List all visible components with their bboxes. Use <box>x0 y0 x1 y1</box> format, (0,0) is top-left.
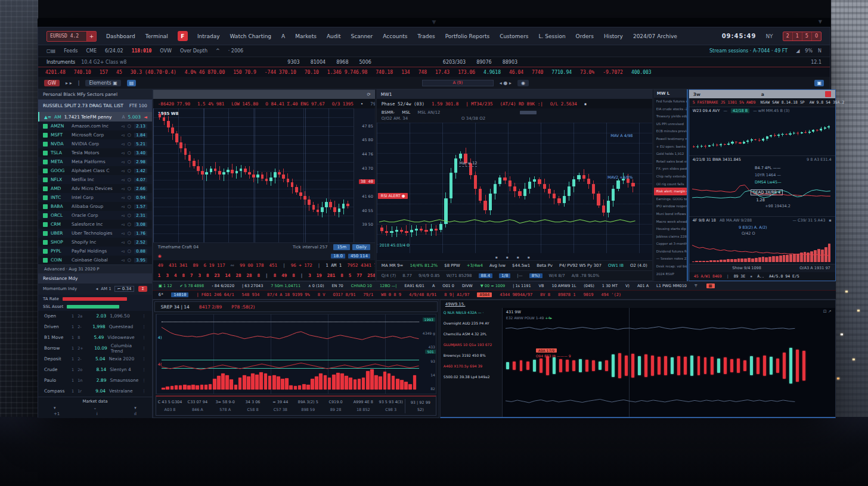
mute-icon[interactable]: ◅ <box>121 133 124 138</box>
order-row[interactable]: Overnight AUD 235 P4 AY <box>444 321 499 325</box>
mute-icon[interactable]: ◅ <box>121 240 124 245</box>
expand-icon[interactable]: ⊡ ↗ <box>823 309 832 314</box>
toolbar-right-icon[interactable]: N <box>818 48 822 54</box>
toolbar-right-icons[interactable]: ◢9%N <box>796 48 822 54</box>
menu-item[interactable]: Terminal <box>145 33 168 39</box>
row-menu-icon[interactable]: ⋮ <box>142 325 146 329</box>
mute-icon[interactable]: ◅ <box>121 177 124 182</box>
watchlist-row[interactable]: AMZNAmazon.com Inc◅⬡2.13 <box>38 122 152 130</box>
menu-item[interactable]: Intraday <box>197 33 220 39</box>
menu-item[interactable]: 2024/07 Archive <box>633 33 677 39</box>
news-item[interactable]: Treasury yields edge up <box>654 113 687 120</box>
news-item[interactable]: Dividend futures firm <box>654 248 687 256</box>
row-menu-icon[interactable]: ⋮ <box>142 346 146 351</box>
value-chip[interactable]: 18.0 <box>331 254 345 258</box>
live-chip[interactable]: GW <box>44 80 60 86</box>
pin-icon[interactable]: ⬡ <box>128 169 131 173</box>
news-item[interactable]: Fed funds futures steady <box>654 98 687 105</box>
pin-icon[interactable]: ⬡ <box>128 240 131 245</box>
toolbar-item[interactable]: OVW <box>160 48 172 54</box>
news-item[interactable]: Housing starts dip 2.1% <box>654 225 687 233</box>
mini-chart-section[interactable]: W23 09.4 AVY—42/18 B— wM MM.45 B (3) <box>689 107 835 156</box>
menu-item[interactable]: Dashboard <box>106 33 135 39</box>
pin-icon[interactable]: ⬡ <box>128 186 131 191</box>
symbol-search[interactable]: + <box>46 31 97 42</box>
row-menu-icon[interactable]: ⋮ <box>142 378 146 383</box>
toolbar-right-icon[interactable]: 9% <box>805 48 813 54</box>
watchlist-row[interactable]: METAMeta Platforms◅⬡2.98 <box>38 157 152 166</box>
timeframe-button[interactable]: Daily <box>352 244 370 250</box>
watchlist-row[interactable]: CRMSalesforce Inc◅⬡3.08 <box>38 220 152 229</box>
stat-row[interactable]: Deposit12-5.04Nexia 2020⋮ <box>38 354 152 364</box>
watchlist-selected-row[interactable]: ▲≡ AM 1.7421 TeleFM penny A 5.003 ◄ <box>38 112 152 122</box>
pin-icon[interactable]: ⬡ <box>128 231 131 236</box>
target-button[interactable]: ◉ <box>517 80 529 86</box>
stat-row[interactable]: Open12a2.031,096.50⋮ <box>38 311 152 322</box>
toolbar-item[interactable]: ^ <box>216 48 220 54</box>
news-item[interactable]: IPO window reopens <box>654 202 687 210</box>
pin-icon[interactable]: ⬡ <box>128 124 131 129</box>
news-item[interactable]: Macro week ahead <box>654 218 687 226</box>
toolbar-item[interactable]: CME <box>86 48 97 54</box>
toolbar-right-icon[interactable]: ◢ <box>796 48 799 54</box>
row-menu-icon[interactable]: ⋮ <box>142 357 146 362</box>
chevron-left-icon[interactable]: ◂ <box>96 286 98 291</box>
footer-icon[interactable]: ▾ <box>54 406 56 410</box>
news-item[interactable]: Desk recap: vol bid <box>654 263 687 270</box>
stat-row[interactable]: Crude12o8.14Slentyn 4⋮ <box>38 364 152 375</box>
nav-dots[interactable]: ▸ ▸ <box>66 80 72 86</box>
mute-icon[interactable]: ◅ <box>121 142 124 147</box>
slider-marks[interactable]: ◂ ● ▸ <box>500 80 512 86</box>
chart1-titlebar[interactable]: ⟳ <box>153 90 375 99</box>
stat-row[interactable]: Borrow12+10.09Columbia Trend⋮ <box>38 343 152 354</box>
value-chip[interactable]: 450 114 <box>348 254 370 258</box>
segment-button[interactable]: 0 <box>812 32 821 40</box>
news-item[interactable]: Copper at 3-month high <box>654 240 687 248</box>
right-panel-header[interactable]: 3w a <box>689 90 835 98</box>
watchlist-row[interactable]: GOOGAlphabet Class C◅⬡1.42 <box>38 166 152 175</box>
news-item[interactable]: Retail sales beat est. <box>654 158 687 166</box>
chart2-canvas[interactable]: Mar w 12 MAV A 4/98 MAV2 +4/8% RSI ALERT… <box>377 123 652 253</box>
news-item[interactable]: Risk alert: margin 4 ● <box>654 188 687 195</box>
menu-item[interactable]: L. Session <box>539 33 566 39</box>
row-menu-icon[interactable]: ⋮ <box>142 335 146 340</box>
pin-icon[interactable]: ⬡ <box>128 258 131 263</box>
menu-item[interactable]: Markets <box>295 33 317 39</box>
watchlist-row[interactable]: ORCLOracle Corp◅⬡2.31 <box>38 211 152 220</box>
menu-item[interactable]: Portfolio Reports <box>445 33 489 39</box>
news-item[interactable]: ECB minutes preview <box>654 127 687 135</box>
refresh-icon[interactable]: ⟳ <box>367 92 371 97</box>
elements-chip[interactable]: Elements ▣ <box>85 80 120 86</box>
range-slider[interactable]: A (9) <box>422 80 494 86</box>
mute-icon[interactable]: ◅ <box>121 124 124 129</box>
pin-icon[interactable]: ⬡ <box>128 177 131 182</box>
order-row[interactable]: A460 X170.5y 694 39 <box>444 364 499 368</box>
bottom-right-header[interactable]: 49W9.15. <box>441 300 835 308</box>
menu-item[interactable]: A <box>281 33 285 39</box>
spread-chart-section[interactable]: 4/21/8 31 BWA 3431.845 9 8 A3 E31.4 B4.7… <box>689 156 835 217</box>
menu-item[interactable]: Watch Charting <box>230 33 272 39</box>
news-item[interactable]: Powell testimony recap <box>654 135 687 143</box>
chart1-canvas[interactable]: 1985 W8 47 8545 8044 7643 7042 6541 6040… <box>153 108 375 242</box>
row-menu-icon[interactable]: ⋮ <box>142 314 146 319</box>
menu-item[interactable]: Accounts <box>383 33 407 39</box>
mini-chip[interactable]: ▤ <box>127 80 137 86</box>
news-item[interactable]: — Session notes 22:04 <box>654 255 687 263</box>
grid-view-button[interactable]: ▣ <box>814 80 824 86</box>
mute-icon[interactable]: ◅ <box>121 213 124 218</box>
mute-icon[interactable]: ◅ <box>121 195 124 200</box>
pin-icon[interactable]: ⬡ <box>128 222 131 227</box>
footer-icon[interactable]: ıl <box>134 412 137 416</box>
row-menu-icon[interactable]: ⋮ <box>142 389 146 394</box>
menu-item[interactable]: Orders <box>576 33 594 39</box>
right-panel-footer[interactable]: Show 9/4 1098 O/A3 A 1931 97 <box>689 264 835 272</box>
mute-icon[interactable]: ◅ <box>121 222 124 227</box>
footer-icon[interactable]: i <box>97 412 98 416</box>
bottom-left-canvas[interactable]: 4) 4( 19934349 g433931482 501 <box>156 314 436 394</box>
pin-icon[interactable]: ⬡ <box>128 204 131 209</box>
news-item[interactable]: Earnings: GOOG tonight <box>654 195 687 203</box>
volume-trend-section[interactable]: 4F 9/8 AI 18 AB MA.AW 9/288 — C39/ 31 5 … <box>689 217 835 264</box>
watchlist-row[interactable]: MSFTMicrosoft Corp◅⬡1.84 <box>38 130 152 139</box>
watchlist-row[interactable]: NVDANVIDIA Corp◅⬡5.21 <box>38 139 152 148</box>
toolbar-item[interactable]: Over Depth <box>180 48 207 54</box>
